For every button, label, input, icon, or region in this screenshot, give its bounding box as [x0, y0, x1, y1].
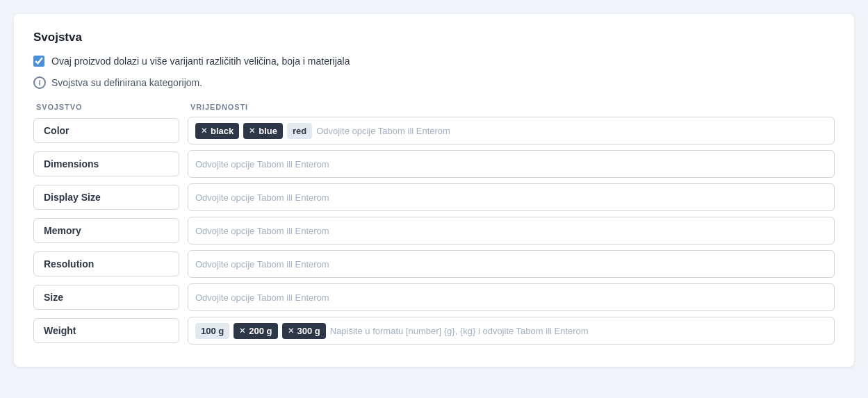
property-row-memory: Memory	[33, 217, 835, 244]
property-label-weight: Weight	[33, 318, 179, 343]
section-title: Svojstva	[33, 31, 835, 44]
variant-checkbox-row: Ovaj proizvod dolazi u više varijanti ra…	[33, 56, 835, 67]
property-input-size[interactable]	[188, 283, 835, 311]
size-input[interactable]	[195, 292, 827, 303]
tag-red: red	[287, 123, 312, 139]
weight-input[interactable]	[330, 326, 827, 336]
memory-input[interactable]	[195, 226, 827, 236]
property-input-weight[interactable]: 100 g ✕ 200 g ✕ 300 g	[188, 317, 835, 345]
property-label-size: Size	[33, 285, 179, 310]
col-header-property: SVOJSTVO	[36, 103, 182, 111]
variant-checkbox[interactable]	[33, 56, 44, 67]
color-input[interactable]	[316, 126, 827, 136]
tag-300g-remove[interactable]: ✕	[288, 326, 294, 335]
col-header-values: VRIJEDNOSTI	[190, 103, 832, 111]
property-label-resolution: Resolution	[33, 251, 179, 276]
property-input-dimensions[interactable]	[188, 150, 835, 178]
info-icon: i	[33, 76, 46, 89]
property-row-weight: Weight 100 g ✕ 200 g ✕ 300 g	[33, 317, 835, 345]
property-label-display-size: Display Size	[33, 185, 179, 210]
info-row: i Svojstva su definirana kategorijom.	[33, 76, 835, 89]
resolution-input[interactable]	[195, 259, 827, 270]
variant-checkbox-label: Ovaj proizvod dolazi u više varijanti ra…	[51, 56, 350, 67]
property-input-resolution[interactable]	[188, 250, 835, 278]
tag-black-remove[interactable]: ✕	[201, 126, 207, 135]
property-row-size: Size	[33, 283, 835, 311]
tag-black: ✕ black	[195, 123, 239, 139]
table-header: SVOJSTVO VRIJEDNOSTI	[33, 103, 835, 111]
properties-card: Svojstva Ovaj proizvod dolazi u više var…	[14, 14, 854, 367]
property-input-color[interactable]: ✕ black ✕ blue red	[188, 117, 835, 144]
property-input-display-size[interactable]	[188, 183, 835, 211]
tag-300g: ✕ 300 g	[282, 323, 326, 339]
info-text: Svojstva su definirana kategorijom.	[51, 77, 202, 88]
property-row-dimensions: Dimensions	[33, 150, 835, 178]
property-label-color: Color	[33, 118, 179, 143]
tag-200g: ✕ 200 g	[234, 323, 277, 339]
tag-100g: 100 g	[195, 323, 229, 339]
property-label-dimensions: Dimensions	[33, 151, 179, 176]
property-label-memory: Memory	[33, 218, 179, 243]
property-row-resolution: Resolution	[33, 250, 835, 278]
tag-200g-remove[interactable]: ✕	[239, 326, 245, 335]
display-size-input[interactable]	[195, 192, 827, 203]
tag-blue-remove[interactable]: ✕	[249, 126, 255, 135]
property-input-memory[interactable]	[188, 217, 835, 244]
property-row-color: Color ✕ black ✕ blue red	[33, 117, 835, 144]
tag-blue: ✕ blue	[243, 123, 283, 139]
dimensions-input[interactable]	[195, 159, 827, 169]
property-row-display-size: Display Size	[33, 183, 835, 211]
